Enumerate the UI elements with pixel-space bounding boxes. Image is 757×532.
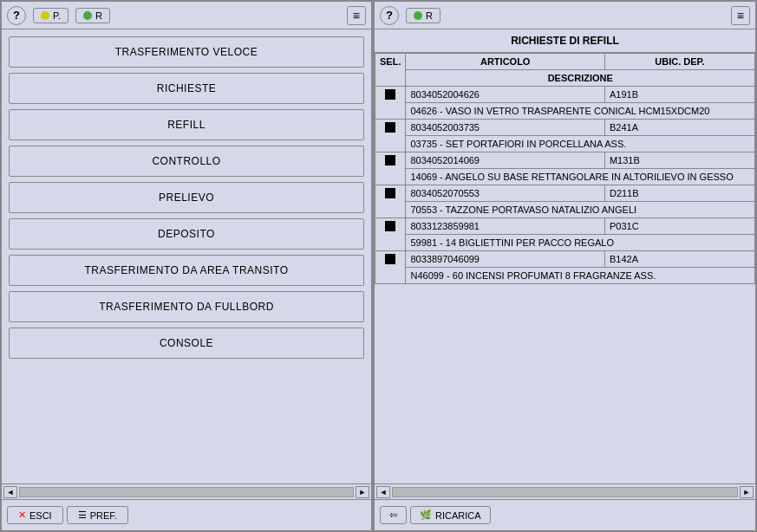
p-label: P. [53,10,61,21]
row-sel-cell[interactable] [375,87,406,120]
table-row: 8034052003735B241A [375,120,755,136]
help-icon-right: ? [386,9,393,22]
menu-button-right[interactable]: ≡ [731,6,750,25]
hamburger-icon-left: ≡ [353,9,360,23]
right-panel-header: ? R ≡ [375,2,755,29]
row-desc-cell: N46099 - 60 INCENSI PROFUMATI 8 FRAGRANZ… [406,268,755,284]
menu-item-refill[interactable]: REFILL [9,109,364,140]
row-desc-cell: 03735 - SET PORTAFIORI IN PORCELLANA ASS… [406,136,755,152]
right-content: RICHIESTE DI REFILL SEL. ARTICOLO UBIC. … [375,29,755,483]
h-scroll-track-right[interactable] [392,487,738,497]
p-status-button[interactable]: P. [33,8,69,23]
menu-item-trasferimento-veloce[interactable]: TRASFERIMENTO VELOCE [9,36,364,68]
h-scroll-track-left[interactable] [19,487,354,497]
table-row: 8033897046099B142A [375,251,755,268]
row-ubicazione-cell: D211B [604,185,754,202]
right-h-scrollbar: ◄ ► [375,483,755,499]
row-ubicazione-cell: P031C [604,218,754,235]
help-button-left[interactable]: ? [7,6,26,25]
row-sel-cell[interactable] [375,120,406,152]
row-ubicazione-cell: A191B [604,87,754,103]
selected-indicator [385,188,395,198]
row-code-cell: 8033123859981 [406,218,604,235]
row-ubicazione-cell: M131B [604,152,754,169]
table-row-desc: N46099 - 60 INCENSI PROFUMATI 8 FRAGRANZ… [375,268,755,284]
menu-item-console[interactable]: CONSOLE [9,328,364,359]
row-code-cell: 8033897046099 [406,251,604,268]
row-code-cell: 8034052014069 [406,152,604,169]
ricarica-button[interactable]: 🌿 RICARICA [410,506,491,524]
row-ubicazione-cell: B241A [604,120,754,136]
help-button-right[interactable]: ? [380,6,399,25]
row-desc-cell: 70553 - TAZZONE PORTAVASO NATALIZIO ANGE… [406,202,755,218]
row-desc-cell: 04626 - VASO IN VETRO TRASPARENTE CONICA… [406,103,755,120]
col-header-descrizione: DESCRIZIONE [406,70,755,87]
menu-item-prelievo[interactable]: PRELIEVO [9,182,364,213]
menu-item-controllo[interactable]: CONTROLLO [9,146,364,177]
h-scroll-left-btn[interactable]: ◄ [3,486,17,498]
r-status-dot-left [83,11,92,20]
table-title: RICHIESTE DI REFILL [375,29,755,53]
h-scroll-right-right-btn[interactable]: ► [740,486,754,498]
pref-icon: ☰ [78,509,87,521]
hamburger-icon-right: ≡ [737,9,744,23]
table-row-desc: 03735 - SET PORTAFIORI IN PORCELLANA ASS… [375,136,755,152]
menu-item-deposito[interactable]: DEPOSITO [9,218,364,250]
table-row-desc: 59981 - 14 BIGLIETTINI PER PACCO REGALO [375,235,755,251]
h-scroll-right-btn[interactable]: ► [356,486,369,498]
refill-table: SEL. ARTICOLO UBIC. DEP. DESCRIZIONE 803… [375,53,755,284]
left-panel: ? P. R ≡ TRASFERIMENTO VELOCERICHIESTERE… [0,0,373,532]
r-label-right: R [426,10,433,21]
esci-button[interactable]: ✕ ESCI [7,506,63,524]
menu-list: TRASFERIMENTO VELOCERICHIESTEREFILLCONTR… [2,29,371,483]
left-h-scrollbar: ◄ ► [2,483,371,499]
help-icon-left: ? [13,9,20,22]
r-label-left: R [95,10,102,21]
r-status-dot-right [414,11,422,20]
menu-item-trasferimento-fullbord[interactable]: TRASFERIMENTO DA FULLBORD [9,291,364,322]
ricarica-label: RICARICA [435,510,481,521]
row-sel-cell[interactable] [375,251,406,284]
table-row: 8034052070553D211B [375,185,755,202]
menu-item-trasferimento-area-transito[interactable]: TRASFERIMENTO DA AREA TRANSITO [9,255,364,286]
right-panel: ? R ≡ RICHIESTE DI REFILL SEL. ARTICOLO … [373,0,757,532]
selected-indicator [385,155,395,165]
selected-indicator [385,254,395,264]
menu-button-left[interactable]: ≡ [347,6,366,25]
p-status-dot [41,11,49,20]
table-row-desc: 04626 - VASO IN VETRO TRASPARENTE CONICA… [375,103,755,120]
row-ubicazione-cell: B142A [604,251,754,268]
row-code-cell: 8034052070553 [406,185,604,202]
arrow-left-icon: ⇦ [389,509,397,521]
selected-indicator [385,221,395,231]
table-row-desc: 70553 - TAZZONE PORTAVASO NATALIZIO ANGE… [375,202,755,218]
r-status-button-left[interactable]: R [75,8,110,23]
ricarica-icon: 🌿 [420,509,432,521]
row-sel-cell[interactable] [375,152,406,185]
arrow-left-button[interactable]: ⇦ [380,506,407,524]
row-sel-cell[interactable] [375,218,406,251]
left-panel-header: ? P. R ≡ [2,2,371,29]
col-header-sel: SEL. [375,54,406,87]
pref-label: PREF. [90,510,117,521]
table-row-desc: 14069 - ANGELO SU BASE RETTANGOLARE IN A… [375,169,755,185]
row-code-cell: 8034052004626 [406,87,604,103]
table-row: 8034052014069M131B [375,152,755,169]
row-code-cell: 8034052003735 [406,120,604,136]
selected-indicator [385,122,395,133]
col-header-articolo: ARTICOLO [406,54,604,70]
table-row: 8034052004626A191B [375,87,755,103]
left-panel-footer: ✕ ESCI ☰ PREF. [2,499,371,530]
h-scroll-left-right-btn[interactable]: ◄ [376,486,390,498]
row-sel-cell[interactable] [375,185,406,218]
pref-button[interactable]: ☰ PREF. [67,506,128,524]
row-desc-cell: 14069 - ANGELO SU BASE RETTANGOLARE IN A… [406,169,755,185]
right-panel-footer: ⇦ 🌿 RICARICA [375,499,755,530]
table-row: 8033123859981P031C [375,218,755,235]
selected-indicator [385,89,395,100]
r-status-button-right[interactable]: R [406,8,440,23]
col-header-ubicazione: UBIC. DEP. [604,54,754,70]
menu-item-richieste[interactable]: RICHIESTE [9,73,364,104]
esci-icon: ✕ [18,509,26,521]
esci-label: ESCI [29,510,52,521]
